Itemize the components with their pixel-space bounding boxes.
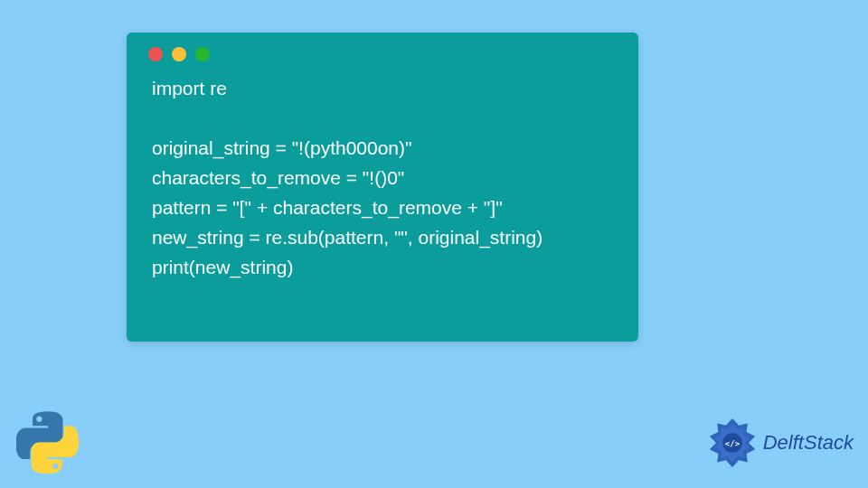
- window-controls: [127, 33, 638, 61]
- minimize-icon: [172, 47, 186, 61]
- python-logo-icon: [16, 410, 80, 474]
- code-line: new_string = re.sub(pattern, "", origina…: [152, 227, 542, 248]
- code-line: print(new_string): [152, 257, 293, 277]
- code-line: original_string = "!(pyth000on)": [152, 137, 412, 158]
- delftstack-logo-icon: </>: [705, 416, 760, 470]
- code-content: import re original_string = "!(pyth000on…: [127, 61, 638, 301]
- close-icon: [148, 47, 163, 61]
- code-line: import re: [152, 78, 227, 99]
- code-line: characters_to_remove = "!()0": [152, 167, 404, 188]
- delftstack-brand: </> DelftStack: [705, 416, 854, 470]
- code-window: import re original_string = "!(pyth000on…: [127, 33, 638, 342]
- brand-text: DelftStack: [763, 431, 854, 455]
- code-line: pattern = "[" + characters_to_remove + "…: [152, 197, 503, 218]
- svg-text:</>: </>: [725, 439, 741, 448]
- maximize-icon: [195, 47, 210, 61]
